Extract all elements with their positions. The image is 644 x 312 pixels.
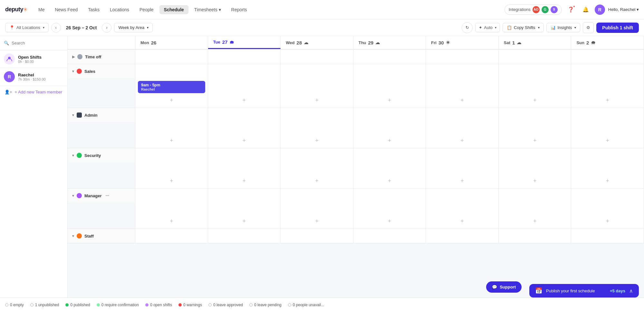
add-shift-admin-tue[interactable]: + — [211, 136, 278, 145]
add-shift-manager-sat[interactable]: + — [501, 217, 569, 226]
manager-header-mon — [135, 189, 208, 203]
add-shift-manager-tue[interactable]: + — [211, 217, 278, 226]
manager-shift-wed[interactable]: + — [281, 203, 353, 229]
add-shift-sales-mon[interactable]: + — [138, 96, 205, 105]
add-shift-admin-wed[interactable]: + — [283, 136, 351, 145]
admin-shift-mon[interactable]: + — [135, 122, 208, 148]
admin-shift-wed[interactable]: + — [281, 122, 353, 148]
security-label: Security — [84, 153, 101, 158]
logo[interactable]: deputy ✳ — [5, 6, 27, 13]
add-shift-security-fri[interactable]: + — [428, 176, 496, 186]
area-manager-header: ▾ Manager ··· — [68, 189, 644, 203]
manager-shift-mon[interactable]: + — [135, 203, 208, 229]
nav-locations[interactable]: Locations — [105, 5, 134, 14]
manager-shift-sun[interactable]: + — [571, 203, 644, 229]
security-header-sat — [499, 148, 572, 162]
add-shift-admin-mon[interactable]: + — [138, 136, 205, 145]
day-header-thu: Thu 29 ☁ — [353, 36, 426, 49]
add-shift-admin-sun[interactable]: + — [574, 136, 641, 145]
security-shift-fri[interactable]: + — [426, 162, 499, 188]
nav-timesheets[interactable]: Timesheets ▾ — [190, 5, 226, 14]
security-shift-thu[interactable]: + — [353, 162, 426, 188]
nav-reports[interactable]: Reports — [227, 5, 252, 14]
refresh-button[interactable]: ↻ — [462, 22, 473, 33]
add-shift-admin-sat[interactable]: + — [501, 136, 569, 145]
sales-shift-wed[interactable]: + — [281, 78, 353, 108]
timeoff-expand-icon[interactable]: ▶ — [72, 55, 75, 59]
security-shift-mon[interactable]: + — [135, 162, 208, 188]
auto-button[interactable]: ✦ Auto ▾ — [475, 23, 500, 32]
notification-button[interactable]: 🔔 — [580, 4, 591, 15]
prev-week-button[interactable]: ‹ — [51, 23, 61, 33]
sales-shift-sun[interactable]: + — [571, 78, 644, 108]
add-shift-sales-sat[interactable]: + — [501, 96, 569, 105]
banner-close-button[interactable]: ∧ — [629, 288, 633, 294]
add-shift-sales-wed[interactable]: + — [283, 96, 351, 105]
add-shift-admin-thu[interactable]: + — [356, 136, 423, 145]
sidebar-person-open[interactable]: Open Shifts 0h · $0.00 — [0, 50, 67, 68]
nav-schedule[interactable]: Schedule — [159, 5, 188, 14]
admin-shift-sun[interactable]: + — [571, 122, 644, 148]
add-shift-manager-mon[interactable]: + — [138, 217, 205, 226]
sales-shift-tue[interactable]: + — [208, 78, 281, 108]
help-button[interactable]: ❓ — [565, 4, 577, 15]
search-input[interactable] — [12, 41, 66, 45]
manager-shift-thu[interactable]: + — [353, 203, 426, 229]
view-selector[interactable]: Week by Area ▾ — [114, 23, 153, 32]
sales-shift-fri[interactable]: + — [426, 78, 499, 108]
area-admin-header: ▾ Admin — [68, 108, 644, 122]
admin-shift-fri[interactable]: + — [426, 122, 499, 148]
shift-card-sales-mon[interactable]: 9am - 5pm Raechel — [138, 81, 205, 93]
sales-expand-icon[interactable]: ▾ — [72, 69, 74, 73]
day-name-fri: Fri — [431, 40, 437, 45]
admin-shift-tue[interactable]: + — [208, 122, 281, 148]
hello-user-label[interactable]: Hello, Raechel ▾ — [608, 7, 639, 12]
security-shift-sun[interactable]: + — [571, 162, 644, 188]
copy-shifts-button[interactable]: 📋 Copy Shifts ▾ — [503, 23, 543, 32]
nav-newsfeed[interactable]: News Feed — [50, 5, 82, 14]
add-shift-manager-fri[interactable]: + — [428, 217, 496, 226]
add-shift-sales-tue[interactable]: + — [211, 96, 278, 105]
manager-more-icon[interactable]: ··· — [105, 193, 109, 198]
admin-shift-sat[interactable]: + — [499, 122, 572, 148]
add-shift-sales-sun[interactable]: + — [574, 96, 641, 105]
security-shift-wed[interactable]: + — [281, 162, 353, 188]
nav-me[interactable]: Me — [34, 5, 49, 14]
nav-tasks[interactable]: Tasks — [83, 5, 104, 14]
sales-shift-sat[interactable]: + — [499, 78, 572, 108]
manager-shift-tue[interactable]: + — [208, 203, 281, 229]
support-button[interactable]: 💬 Support — [486, 281, 522, 293]
admin-shift-thu[interactable]: + — [353, 122, 426, 148]
add-shift-sales-fri[interactable]: + — [428, 96, 496, 105]
add-shift-security-wed[interactable]: + — [283, 176, 351, 186]
sales-shift-mon[interactable]: 9am - 5pm Raechel + — [135, 78, 208, 108]
add-shift-security-thu[interactable]: + — [356, 176, 423, 186]
add-shift-manager-wed[interactable]: + — [283, 217, 351, 226]
sidebar-person-raechel[interactable]: R Raechel 7h 30m · $150.00 — [0, 68, 67, 86]
security-expand-icon[interactable]: ▾ — [72, 153, 74, 158]
add-shift-security-mon[interactable]: + — [138, 176, 205, 186]
settings-button[interactable]: ⚙ — [583, 22, 594, 33]
add-shift-sales-thu[interactable]: + — [356, 96, 423, 105]
integrations-button[interactable]: Integrations AO G 9 — [505, 5, 562, 15]
next-week-button[interactable]: › — [102, 23, 111, 33]
security-shift-tue[interactable]: + — [208, 162, 281, 188]
nav-people[interactable]: People — [135, 5, 158, 14]
add-shift-admin-fri[interactable]: + — [428, 136, 496, 145]
add-shift-security-tue[interactable]: + — [211, 176, 278, 186]
staff-expand-icon[interactable]: ▾ — [72, 234, 74, 238]
location-selector[interactable]: 📍 All Locations ▾ — [5, 23, 49, 32]
add-team-member-button[interactable]: 👤+ + Add new Team member — [0, 86, 67, 98]
add-shift-manager-thu[interactable]: + — [356, 217, 423, 226]
add-shift-security-sun[interactable]: + — [574, 176, 641, 186]
add-shift-manager-sun[interactable]: + — [574, 217, 641, 226]
sales-shift-thu[interactable]: + — [353, 78, 426, 108]
manager-shift-sat[interactable]: + — [499, 203, 572, 229]
admin-expand-icon[interactable]: ▾ — [72, 113, 74, 117]
manager-shift-fri[interactable]: + — [426, 203, 499, 229]
insights-button[interactable]: 📊 Insights ▾ — [546, 23, 581, 32]
add-shift-security-sat[interactable]: + — [501, 176, 569, 186]
publish-button[interactable]: Publish 1 shift — [596, 23, 639, 33]
manager-expand-icon[interactable]: ▾ — [72, 194, 74, 198]
security-shift-sat[interactable]: + — [499, 162, 572, 188]
